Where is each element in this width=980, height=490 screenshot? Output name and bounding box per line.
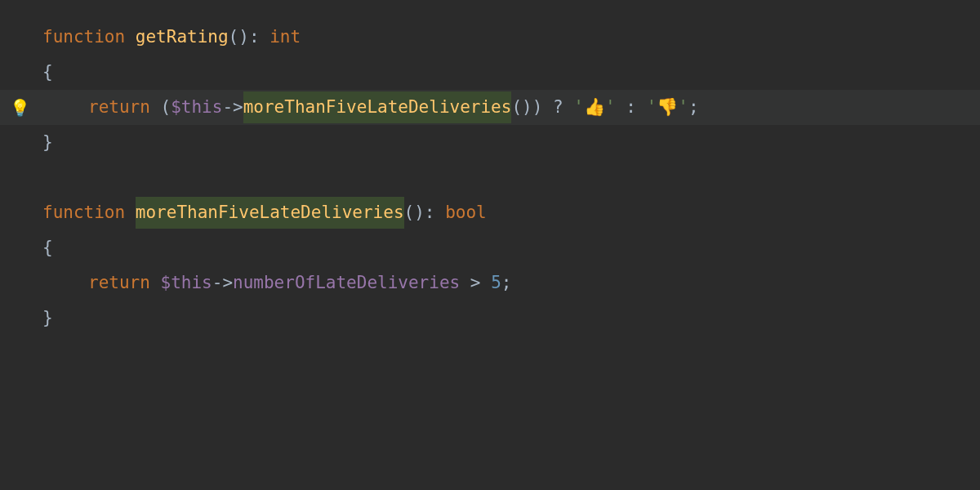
code-line[interactable]: return $this->numberOfLateDeliveries > 5… bbox=[42, 265, 980, 301]
code-line-active[interactable]: return ($this->moreThanFiveLateDeliverie… bbox=[42, 90, 980, 125]
keyword-function: function bbox=[42, 197, 125, 229]
arrow-operator: -> bbox=[222, 91, 243, 124]
paren-open: ( bbox=[404, 197, 415, 229]
variable-this: $this bbox=[161, 267, 212, 300]
variable-this: $this bbox=[171, 91, 222, 124]
return-type: int bbox=[270, 21, 301, 54]
paren-close: ) bbox=[414, 197, 425, 229]
ternary-colon: : bbox=[616, 91, 647, 124]
keyword-function: function bbox=[42, 21, 125, 54]
colon: : bbox=[425, 197, 445, 229]
code-line[interactable]: } bbox=[42, 125, 980, 160]
property-name: numberOfLateDeliveries bbox=[233, 267, 460, 300]
paren-open: ( bbox=[511, 91, 522, 124]
paren-close: ) bbox=[238, 21, 249, 54]
brace-open: { bbox=[42, 232, 53, 265]
semicolon: ; bbox=[501, 267, 512, 300]
thumbs-down-icon: 👎 bbox=[657, 91, 678, 124]
colon: : bbox=[249, 21, 270, 54]
string-quote: ' bbox=[573, 91, 584, 124]
paren-open: ( bbox=[229, 21, 239, 54]
gutter: 💡 bbox=[0, 0, 33, 490]
paren-close: ) bbox=[522, 91, 532, 124]
code-line[interactable]: { bbox=[42, 230, 980, 265]
paren-close: ) bbox=[532, 91, 543, 124]
thumbs-up-icon: 👍 bbox=[584, 91, 605, 124]
string-quote: ' bbox=[605, 91, 616, 124]
keyword-return: return bbox=[88, 267, 150, 300]
gt-operator: > bbox=[460, 267, 491, 300]
ternary-question: ? bbox=[542, 91, 573, 124]
number-literal: 5 bbox=[491, 267, 501, 300]
string-quote: ' bbox=[647, 91, 657, 124]
string-quote: ' bbox=[678, 91, 688, 124]
code-line[interactable]: function getRating(): int bbox=[42, 20, 980, 55]
highlighted-identifier: moreThanFiveLateDeliveries bbox=[136, 197, 404, 229]
code-editor[interactable]: 💡 function getRating(): int { return ($t… bbox=[0, 0, 980, 336]
keyword-return: return bbox=[88, 91, 150, 124]
brace-close: } bbox=[42, 302, 53, 335]
code-line[interactable]: function moreThanFiveLateDeliveries(): b… bbox=[42, 195, 980, 230]
code-line[interactable]: { bbox=[42, 55, 980, 90]
highlighted-identifier: moreThanFiveLateDeliveries bbox=[243, 91, 512, 124]
return-type: bool bbox=[445, 197, 487, 229]
semicolon: ; bbox=[688, 91, 699, 124]
brace-close: } bbox=[42, 127, 53, 159]
code-line-blank[interactable] bbox=[42, 160, 980, 195]
arrow-operator: -> bbox=[212, 267, 233, 300]
function-name: getRating bbox=[136, 21, 229, 54]
brace-open: { bbox=[42, 56, 53, 89]
paren-open: ( bbox=[161, 91, 172, 124]
lightbulb-icon[interactable]: 💡 bbox=[10, 92, 30, 123]
code-line[interactable]: } bbox=[42, 301, 980, 336]
